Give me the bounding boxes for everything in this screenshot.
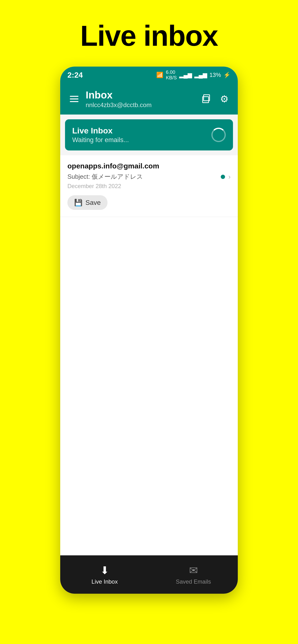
banner-title: Live Inbox <box>72 126 129 135</box>
menu-button[interactable] <box>67 94 81 104</box>
app-bar-title: Inbox <box>86 89 196 101</box>
app-bar: Inbox nnlcc4zb3x@dcctb.com ⚙ <box>60 84 238 114</box>
app-bar-actions: ⚙ <box>200 92 231 106</box>
mail-icon: ✉ <box>189 564 198 576</box>
page-title: Live inbox <box>80 19 218 52</box>
save-button[interactable]: 💾 Save <box>67 195 107 210</box>
battery-label: 13% <box>209 72 221 78</box>
nav-saved-emails[interactable]: ✉ Saved Emails <box>149 560 238 589</box>
save-icon: 💾 <box>74 198 83 206</box>
inbox-download-icon: ⬇ <box>100 564 109 576</box>
bluetooth-icon: 📶 <box>156 72 163 78</box>
email-subject-actions: › <box>221 173 231 181</box>
nav-live-inbox[interactable]: ⬇ Live Inbox <box>60 560 149 589</box>
loading-spinner <box>211 128 226 142</box>
email-subject-row: Subject: 仮メールアドレス › <box>67 172 231 181</box>
copy-icon <box>202 94 211 104</box>
banner-text: Live Inbox Waiting for emails... <box>72 126 129 144</box>
banner-subtitle: Waiting for emails... <box>72 136 129 144</box>
signal-icon-2: ▂▄▆ <box>194 72 207 78</box>
network-speed-label: 6.00KB/S <box>166 70 177 80</box>
status-time: 2:24 <box>67 71 83 80</box>
main-content: Live Inbox Waiting for emails... openapp… <box>60 114 238 555</box>
phone-shell: 2:24 📶 6.00KB/S ▂▄▆ ▂▄▆ 13% ⚡ Inbox nnlc… <box>60 66 238 594</box>
chevron-right-icon[interactable]: › <box>228 173 231 181</box>
email-card: openapps.info@gmail.com Subject: 仮メールアドレ… <box>60 155 238 216</box>
status-bar: 2:24 📶 6.00KB/S ▂▄▆ ▂▄▆ 13% ⚡ <box>60 66 238 84</box>
email-date: December 28th 2022 <box>67 183 231 190</box>
unread-indicator <box>221 175 225 179</box>
nav-saved-emails-label: Saved Emails <box>176 578 211 585</box>
copy-button[interactable] <box>200 92 213 106</box>
settings-button[interactable]: ⚙ <box>218 92 231 106</box>
bottom-nav: ⬇ Live Inbox ✉ Saved Emails <box>60 555 238 594</box>
nav-live-inbox-label: Live Inbox <box>91 578 117 585</box>
signal-icon: ▂▄▆ <box>179 72 192 78</box>
app-bar-email: nnlcc4zb3x@dcctb.com <box>86 101 196 109</box>
gear-icon: ⚙ <box>220 94 229 104</box>
status-icons: 📶 6.00KB/S ▂▄▆ ▂▄▆ 13% ⚡ <box>156 70 231 80</box>
save-label: Save <box>85 199 101 206</box>
email-sender: openapps.info@gmail.com <box>67 162 231 170</box>
charging-icon: ⚡ <box>223 72 231 78</box>
email-subject: Subject: 仮メールアドレス <box>67 172 143 181</box>
empty-content-area <box>60 217 238 555</box>
app-bar-title-group: Inbox nnlcc4zb3x@dcctb.com <box>86 89 196 109</box>
live-inbox-banner: Live Inbox Waiting for emails... <box>65 119 233 150</box>
